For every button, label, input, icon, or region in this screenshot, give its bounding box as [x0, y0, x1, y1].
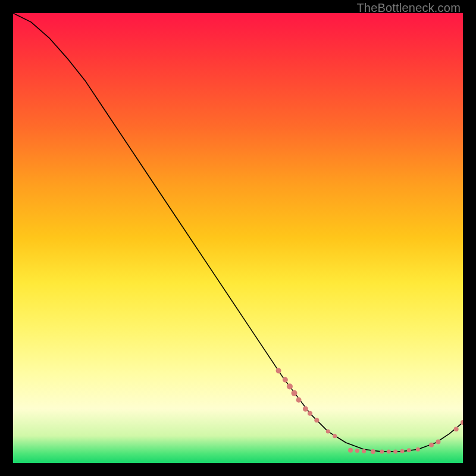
data-point — [276, 368, 281, 374]
data-point — [371, 449, 375, 454]
data-point — [292, 390, 298, 396]
data-point — [387, 450, 391, 454]
data-point — [296, 397, 302, 403]
data-point — [326, 430, 330, 434]
data-point — [454, 427, 459, 431]
scatter-points — [276, 368, 463, 455]
data-point — [407, 448, 411, 452]
data-point — [355, 449, 359, 453]
data-point — [436, 439, 440, 444]
data-point — [308, 411, 312, 416]
data-point — [416, 447, 420, 452]
chart-frame: TheBottleneck.com — [0, 0, 476, 476]
data-point — [393, 450, 397, 454]
overlay-svg — [13, 13, 463, 463]
gradient-plot-area — [13, 13, 463, 463]
data-point — [348, 448, 353, 453]
data-point — [314, 418, 319, 422]
data-point — [333, 434, 337, 438]
data-point — [362, 449, 366, 453]
data-point — [380, 450, 384, 454]
data-point — [283, 377, 288, 383]
data-point — [400, 449, 404, 453]
data-point — [429, 443, 434, 447]
data-point — [287, 383, 293, 389]
watermark-text: TheBottleneck.com — [356, 1, 461, 15]
bottleneck-curve — [13, 13, 463, 452]
data-point — [303, 406, 308, 412]
